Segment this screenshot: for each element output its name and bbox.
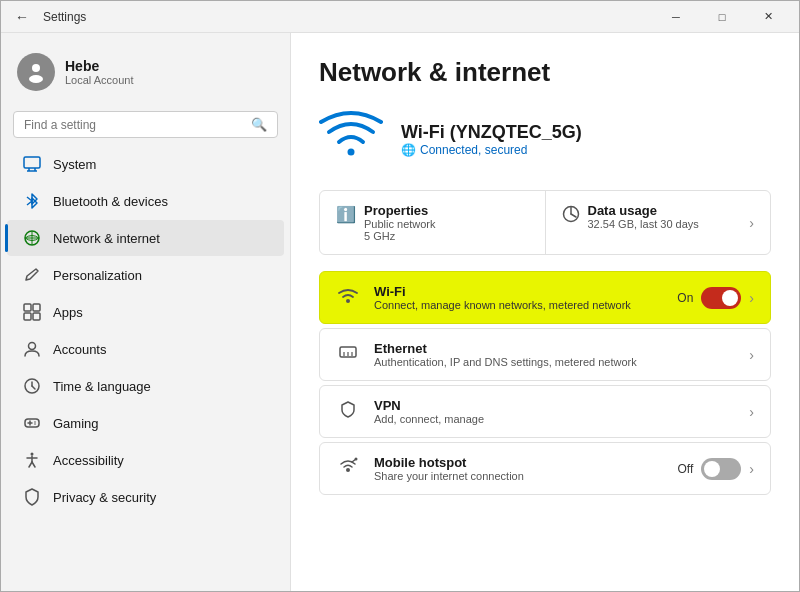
- svg-point-24: [31, 453, 34, 456]
- sidebar-item-apps[interactable]: Apps: [7, 294, 284, 330]
- sidebar-label-time: Time & language: [53, 379, 268, 394]
- info-cards: ℹ️ Properties Public network 5 GHz Data: [319, 190, 771, 255]
- close-button[interactable]: ✕: [745, 1, 791, 33]
- vpn-icon: [336, 400, 360, 423]
- sidebar: Hebe Local Account 🔍 System Bluetooth & …: [1, 33, 291, 592]
- sidebar-item-accounts[interactable]: Accounts: [7, 331, 284, 367]
- vpn-sub: Add, connect, manage: [374, 413, 735, 425]
- time-icon: [23, 377, 41, 395]
- svg-point-0: [32, 64, 40, 72]
- properties-sub2: 5 GHz: [364, 230, 436, 242]
- titlebar-controls: ─ □ ✕: [653, 1, 791, 33]
- titlebar: ← Settings ─ □ ✕: [1, 1, 799, 33]
- sidebar-item-gaming[interactable]: Gaming: [7, 405, 284, 441]
- gaming-icon: [23, 414, 41, 432]
- app-body: Hebe Local Account 🔍 System Bluetooth & …: [1, 33, 799, 592]
- search-icon: 🔍: [251, 117, 267, 132]
- sidebar-item-accessibility[interactable]: Accessibility: [7, 442, 284, 478]
- apps-icon: [23, 303, 41, 321]
- chevron-icon-ethernet: ›: [749, 347, 754, 363]
- toggle-wifi[interactable]: [701, 287, 741, 309]
- svg-rect-12: [33, 304, 40, 311]
- user-name: Hebe: [65, 58, 134, 74]
- data-usage-sub: 32.54 GB, last 30 days: [588, 218, 699, 230]
- titlebar-title: Settings: [43, 10, 86, 24]
- chevron-icon-wifi: ›: [749, 290, 754, 306]
- ethernet-body: Ethernet Authentication, IP and DNS sett…: [374, 341, 735, 368]
- sidebar-item-system[interactable]: System: [7, 146, 284, 182]
- ethernet-right: ›: [749, 347, 754, 363]
- network-icon: [23, 229, 41, 247]
- wifi-status: 🌐 Connected, secured: [401, 143, 582, 157]
- ethernet-title: Ethernet: [374, 341, 735, 356]
- sidebar-label-apps: Apps: [53, 305, 268, 320]
- vpn-title: VPN: [374, 398, 735, 413]
- wifi-sub: Connect, manage known networks, metered …: [374, 299, 663, 311]
- sidebar-item-time[interactable]: Time & language: [7, 368, 284, 404]
- svg-point-38: [355, 458, 358, 461]
- main-content: Network & internet Wi-Fi (YNZQTEC_5G) 🌐 …: [291, 33, 799, 592]
- data-usage-title: Data usage: [588, 203, 699, 218]
- sidebar-item-personalization[interactable]: Personalization: [7, 257, 284, 293]
- accessibility-icon: [23, 451, 41, 469]
- settings-list: Wi-Fi Connect, manage known networks, me…: [319, 271, 771, 495]
- minimize-button[interactable]: ─: [653, 1, 699, 33]
- toggle-hotspot[interactable]: [701, 458, 741, 480]
- wifi-header: Wi-Fi (YNZQTEC_5G) 🌐 Connected, secured: [319, 108, 771, 170]
- sidebar-item-privacy[interactable]: Privacy & security: [7, 479, 284, 515]
- hotspot-body: Mobile hotspot Share your internet conne…: [374, 455, 664, 482]
- sidebar-label-gaming: Gaming: [53, 416, 268, 431]
- sidebar-label-accessibility: Accessibility: [53, 453, 268, 468]
- wifi-status-text: Connected, secured: [420, 143, 527, 157]
- data-usage-card[interactable]: Data usage 32.54 GB, last 30 days ›: [545, 191, 771, 254]
- nav-list: System Bluetooth & devices Network & int…: [1, 146, 290, 515]
- page-title: Network & internet: [319, 57, 771, 88]
- globe-icon: 🌐: [401, 143, 416, 157]
- toggle-thumb-wifi: [722, 290, 738, 306]
- wifi-name: Wi-Fi (YNZQTEC_5G): [401, 122, 582, 143]
- data-usage-chevron: ›: [749, 215, 754, 231]
- chevron-icon-hotspot: ›: [749, 461, 754, 477]
- svg-line-27: [29, 462, 32, 467]
- wifi-body: Wi-Fi Connect, manage known networks, me…: [374, 284, 663, 311]
- toggle-label-hotspot: Off: [678, 462, 694, 476]
- user-subtitle: Local Account: [65, 74, 134, 86]
- svg-point-1: [29, 75, 43, 83]
- hotspot-icon: [336, 457, 360, 480]
- user-info: Hebe Local Account: [65, 58, 134, 86]
- search-box[interactable]: 🔍: [13, 111, 278, 138]
- svg-rect-11: [24, 304, 31, 311]
- system-icon: [23, 155, 41, 173]
- svg-rect-2: [24, 157, 40, 168]
- svg-line-28: [32, 462, 35, 467]
- sidebar-label-bluetooth: Bluetooth & devices: [53, 194, 268, 209]
- properties-title: Properties: [364, 203, 436, 218]
- titlebar-left: ← Settings: [9, 5, 86, 29]
- maximize-button[interactable]: □: [699, 1, 745, 33]
- back-button[interactable]: ←: [9, 5, 35, 29]
- svg-line-18: [32, 386, 35, 389]
- ethernet-sub: Authentication, IP and DNS settings, met…: [374, 356, 735, 368]
- ethernet-icon: [336, 343, 360, 366]
- settings-row-wifi[interactable]: Wi-Fi Connect, manage known networks, me…: [319, 271, 771, 324]
- sidebar-item-network[interactable]: Network & internet: [7, 220, 284, 256]
- toggle-label-wifi: On: [677, 291, 693, 305]
- avatar: [17, 53, 55, 91]
- settings-row-ethernet[interactable]: Ethernet Authentication, IP and DNS sett…: [319, 328, 771, 381]
- toggle-thumb-hotspot: [704, 461, 720, 477]
- settings-row-hotspot[interactable]: Mobile hotspot Share your internet conne…: [319, 442, 771, 495]
- properties-card[interactable]: ℹ️ Properties Public network 5 GHz: [320, 191, 545, 254]
- wifi-title: Wi-Fi: [374, 284, 663, 299]
- wifi-icon: [336, 286, 360, 309]
- settings-row-vpn[interactable]: VPN Add, connect, manage ›: [319, 385, 771, 438]
- search-input[interactable]: [24, 118, 245, 132]
- data-usage-icon: [562, 205, 580, 227]
- sidebar-item-bluetooth[interactable]: Bluetooth & devices: [7, 183, 284, 219]
- svg-point-22: [34, 421, 36, 423]
- hotspot-right: Off ›: [678, 458, 754, 480]
- accounts-icon: [23, 340, 41, 358]
- svg-point-29: [348, 149, 355, 156]
- sidebar-label-personalization: Personalization: [53, 268, 268, 283]
- properties-sub1: Public network: [364, 218, 436, 230]
- hotspot-title: Mobile hotspot: [374, 455, 664, 470]
